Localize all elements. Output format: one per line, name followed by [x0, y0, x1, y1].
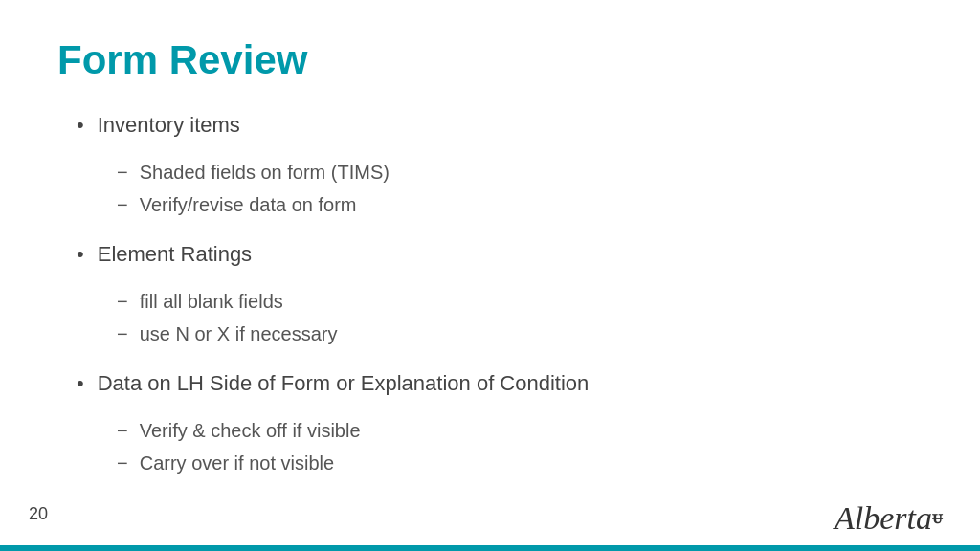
sub-item-element-ratings-1-text: fill all blank fields: [140, 287, 283, 316]
sub-item-data-lh-1-text: Verify & check off if visible: [140, 416, 361, 445]
main-item-element-ratings-label: Element Ratings: [98, 240, 252, 270]
logo-text: Alberta: [835, 500, 932, 536]
sub-item-inventory-2-text: Verify/revise data on form: [140, 190, 357, 219]
content-area: • Inventory items − Shaded fields on for…: [57, 111, 923, 476]
bottom-bar: [0, 545, 980, 551]
page-number: 20: [29, 504, 48, 524]
dash-1: −: [117, 158, 128, 187]
sub-item-element-ratings-2-text: use N or X if necessary: [140, 320, 338, 348]
dash-6: −: [117, 449, 128, 477]
dash-4: −: [117, 320, 128, 348]
bullet-element-ratings: •: [77, 240, 84, 270]
main-item-data-lh: • Data on LH Side of Form or Explanation…: [77, 369, 923, 399]
sub-items-element-ratings: − fill all blank fields − use N or X if …: [117, 287, 923, 348]
sub-items-inventory: − Shaded fields on form (TIMS) − Verify/…: [117, 158, 923, 219]
sub-item-data-lh-2: − Carry over if not visible: [117, 449, 923, 477]
bullet-inventory: •: [77, 111, 84, 141]
bullet-data-lh: •: [77, 369, 84, 399]
slide: Form Review • Inventory items − Shaded f…: [0, 0, 980, 551]
dash-3: −: [117, 287, 128, 316]
sub-item-element-ratings-1: − fill all blank fields: [117, 287, 923, 316]
main-item-inventory-label: Inventory items: [98, 111, 240, 141]
dash-5: −: [117, 416, 128, 445]
main-item-data-lh-label: Data on LH Side of Form or Explanation o…: [98, 369, 590, 399]
sub-item-inventory-1-text: Shaded fields on form (TIMS): [140, 158, 390, 187]
slide-title: Form Review: [57, 38, 923, 82]
sub-items-data-lh: − Verify & check off if visible − Carry …: [117, 416, 923, 477]
sub-item-element-ratings-2: − use N or X if necessary: [117, 320, 923, 348]
sub-item-inventory-1: − Shaded fields on form (TIMS): [117, 158, 923, 187]
logo-area: Albertaᵾ: [835, 500, 942, 537]
section-element-ratings: • Element Ratings − fill all blank field…: [77, 240, 923, 348]
sub-item-data-lh-1: − Verify & check off if visible: [117, 416, 923, 445]
section-inventory: • Inventory items − Shaded fields on for…: [77, 111, 923, 219]
sub-item-data-lh-2-text: Carry over if not visible: [140, 449, 334, 477]
sub-item-inventory-2: − Verify/revise data on form: [117, 190, 923, 219]
main-item-inventory: • Inventory items: [77, 111, 923, 141]
section-data-lh: • Data on LH Side of Form or Explanation…: [77, 369, 923, 477]
dash-2: −: [117, 190, 128, 219]
main-item-element-ratings: • Element Ratings: [77, 240, 923, 270]
logo-mark: ᵾ: [932, 506, 942, 527]
